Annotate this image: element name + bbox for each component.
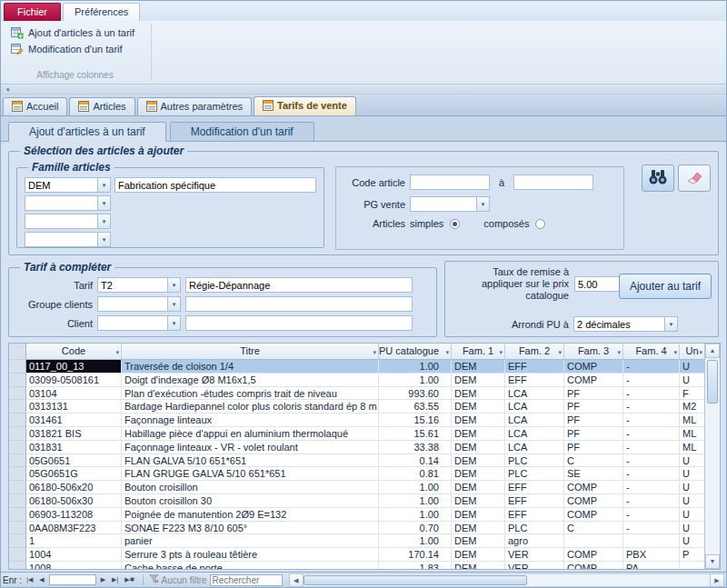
row-selector[interactable] (9, 454, 26, 468)
cell-titre[interactable]: Poignée de manutention 2Ø9 E=132 (122, 508, 379, 522)
cell-f2[interactable]: VER (505, 562, 564, 569)
cell-f1[interactable]: DEM (452, 360, 505, 374)
row-selector[interactable] (9, 508, 26, 522)
cell-titre[interactable]: Bouton croisillon (122, 481, 379, 494)
cell-f1[interactable]: DEM (452, 548, 505, 562)
famille-combo-4-value[interactable] (25, 233, 97, 246)
cell-f1[interactable]: DEM (452, 414, 505, 427)
cell-f4[interactable]: - (623, 481, 680, 494)
cell-pu[interactable]: 1.00 (379, 374, 452, 387)
pg-vente-value[interactable] (411, 197, 476, 211)
cell-un[interactable]: U (680, 508, 704, 522)
tab-tarifs-de-vente[interactable]: Tarifs de vente (254, 96, 356, 115)
client-name-field[interactable] (185, 315, 413, 331)
column-filter-arrow-icon[interactable]: ▾ (115, 344, 119, 360)
tarif-value[interactable] (98, 278, 167, 292)
cell-f3[interactable]: COMP (564, 360, 623, 374)
table-row[interactable]: 1panier1.00DEMagroU (9, 534, 704, 548)
cell-f3[interactable]: PF (564, 387, 623, 401)
cell-titre[interactable]: Traversée de cloison 1/4 (122, 360, 379, 374)
cell-un[interactable]: ML (680, 427, 704, 441)
cell-f3[interactable]: C (564, 522, 623, 535)
cell-code[interactable]: 06180-506x20 (26, 481, 122, 494)
cell-un[interactable]: ML (680, 414, 704, 427)
cell-code[interactable]: 06180-506x30 (26, 494, 122, 508)
cell-code[interactable]: 031461 (26, 414, 122, 427)
row-selector[interactable] (9, 522, 26, 535)
row-selector[interactable] (9, 360, 26, 374)
column-header[interactable]: Fam. 1▾ (452, 344, 505, 360)
cell-f1[interactable]: DEM (452, 508, 505, 522)
table-row[interactable]: 1004Serrure 3 pts à rouleau têtière170.1… (9, 548, 704, 562)
cell-pu[interactable]: 0.70 (379, 522, 452, 535)
famille-combo-1[interactable]: ▾ (25, 177, 111, 193)
cell-titre[interactable]: Bouton croisillon 30 (122, 494, 379, 508)
cell-pu[interactable]: 33.38 (379, 441, 452, 454)
cell-f4[interactable]: - (623, 454, 680, 468)
cell-f1[interactable]: DEM (452, 481, 505, 494)
scroll-up-icon[interactable]: ▲ (705, 344, 720, 358)
ajouter-au-tarif-button[interactable]: Ajouter au tarif (619, 274, 712, 299)
cell-un[interactable]: U (680, 522, 704, 535)
tab-articles[interactable]: Articles (69, 97, 134, 115)
cell-un[interactable]: U (680, 374, 704, 387)
cell-f2[interactable]: LCA (505, 441, 564, 454)
famille-combo-1-value[interactable] (25, 178, 97, 192)
chevron-down-icon[interactable]: ▾ (97, 214, 110, 228)
cell-f3[interactable]: COMP (564, 494, 623, 508)
cell-f4[interactable]: - (623, 387, 680, 401)
table-row[interactable]: 1008Cache basse de porte1.83DEMVERCOMPPA (9, 562, 704, 569)
cell-titre[interactable]: SONAE F223 M3 8/10 605° (122, 522, 379, 535)
cell-f2[interactable]: PLC (505, 467, 564, 481)
cell-f4[interactable]: - (623, 427, 680, 441)
column-header[interactable]: Titre▾ (122, 344, 379, 360)
cell-f4[interactable]: - (623, 360, 680, 374)
famille-combo-3[interactable]: ▾ (25, 214, 111, 229)
table-row[interactable]: 0117_00_13Traversée de cloison 1/41.00DE… (9, 360, 704, 374)
column-header[interactable]: Fam. 3▾ (564, 344, 623, 360)
row-selector[interactable] (9, 534, 26, 548)
cell-un[interactable]: P (680, 548, 704, 562)
scroll-left-icon[interactable]: ◀ (289, 573, 304, 587)
cell-f1[interactable]: DEM (452, 374, 505, 387)
horizontal-scrollbar[interactable]: ◀ ▶ (289, 573, 724, 587)
column-header[interactable]: Fam. 2▾ (505, 344, 564, 360)
cell-code[interactable]: 1 (26, 534, 122, 548)
tab-preferences[interactable]: Préférences (63, 3, 140, 21)
cell-f2[interactable]: EFF (505, 494, 564, 508)
cell-f3[interactable]: PF (564, 414, 623, 427)
row-selector[interactable] (9, 467, 26, 481)
cell-f1[interactable]: DEM (452, 467, 505, 481)
scroll-right-icon[interactable]: ▶ (710, 573, 724, 587)
cell-pu[interactable]: 993.60 (379, 387, 452, 401)
cell-titre[interactable]: FLAN GRUGE GALVA 5/10 651*651 (122, 467, 379, 481)
chevron-down-icon[interactable]: ▾ (664, 317, 677, 331)
table-row[interactable]: 05G0651GFLAN GRUGE GALVA 5/10 651*6510.8… (9, 467, 704, 481)
search-button[interactable] (642, 164, 674, 192)
column-filter-arrow-icon[interactable]: ▾ (617, 344, 621, 360)
cell-code[interactable]: 1004 (26, 548, 122, 562)
cell-f3[interactable]: C (564, 454, 623, 468)
table-row[interactable]: 031821 BISHabillage pièce d'appui en alu… (9, 427, 704, 441)
row-selector[interactable] (9, 400, 26, 414)
search-input[interactable] (210, 574, 283, 586)
cell-f3[interactable]: PF (564, 441, 623, 454)
cell-f4[interactable]: - (623, 441, 680, 454)
cell-f3[interactable] (564, 534, 623, 548)
cell-pu[interactable]: 1.00 (379, 508, 452, 522)
table-row[interactable]: 0313131Bardage Hardiepannel color plus c… (9, 400, 704, 414)
cell-f2[interactable]: EFF (505, 481, 564, 494)
tarif-name-field[interactable] (185, 277, 413, 293)
famille-combo-2-value[interactable] (25, 196, 97, 210)
client-combo[interactable]: ▾ (97, 315, 181, 331)
cell-f2[interactable]: VER (505, 548, 564, 562)
cell-f3[interactable]: SE (564, 467, 623, 481)
cell-pu[interactable]: 1.83 (379, 562, 452, 569)
cell-f4[interactable]: - (623, 374, 680, 387)
chevron-down-icon[interactable]: ▾ (167, 278, 180, 292)
new-record-button[interactable]: ▶✱ (123, 576, 136, 583)
cell-f2[interactable]: LCA (505, 427, 564, 441)
cell-f4[interactable]: - (623, 508, 680, 522)
cell-titre[interactable]: Plan d'exécution -études compris trait d… (122, 387, 379, 401)
cell-f2[interactable]: PLC (505, 454, 564, 468)
